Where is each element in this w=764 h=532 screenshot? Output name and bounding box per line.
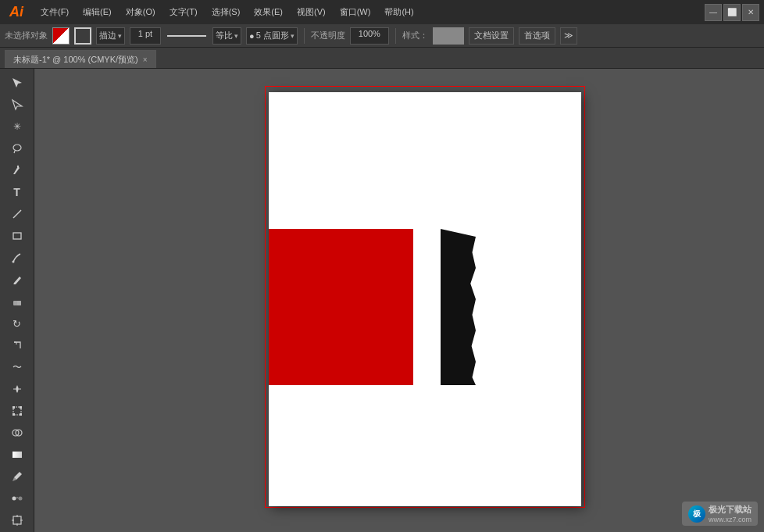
svg-rect-11: [20, 406, 22, 409]
svg-rect-12: [12, 413, 15, 416]
eyedropper-tool[interactable]: [3, 466, 31, 487]
magic-wand-tool[interactable]: ✳: [3, 116, 31, 137]
window-controls: — ⬜ ✕: [705, 4, 759, 21]
black-jagged-shape[interactable]: [441, 229, 476, 385]
shape-builder-tool[interactable]: [3, 422, 31, 444]
rotate-tool[interactable]: ↻: [3, 312, 31, 334]
scale-tool[interactable]: [3, 334, 31, 356]
minimize-button[interactable]: —: [705, 4, 722, 21]
type-tool[interactable]: T: [3, 181, 31, 203]
width-tool[interactable]: [3, 378, 31, 400]
menu-select[interactable]: 选择(S): [205, 4, 247, 20]
stroke-width-input[interactable]: 1 pt: [130, 27, 161, 45]
brush-tool[interactable]: [3, 247, 31, 269]
toolbox: ✳ T ↻: [0, 69, 34, 532]
svg-point-17: [12, 497, 16, 501]
canvas-area[interactable]: 极 极光下载站 www.xz7.com: [34, 69, 764, 532]
opacity-input[interactable]: 100%: [350, 27, 389, 45]
menu-help[interactable]: 帮助(H): [378, 4, 419, 20]
title-bar: Ai 文件(F) 编辑(E) 对象(O) 文字(T) 选择(S) 效果(E) 视…: [0, 0, 764, 24]
close-button[interactable]: ✕: [742, 4, 759, 21]
menu-file[interactable]: 文件(F): [34, 4, 75, 20]
options-divider-2: [395, 28, 396, 44]
options-divider-1: [304, 28, 305, 44]
svg-point-18: [18, 497, 22, 501]
watermark-logo: 极: [688, 505, 705, 523]
svg-line-1: [14, 151, 15, 153]
watermark-text: 极光下载站 www.xz7.com: [709, 504, 752, 523]
tab-label: 未标题-1* @ 100% (CMYK/预览): [13, 54, 138, 66]
rect-tool[interactable]: [3, 225, 31, 247]
stroke-swatch[interactable]: [74, 27, 91, 45]
menu-window[interactable]: 窗口(W): [334, 4, 377, 20]
free-transform-tool[interactable]: [3, 400, 31, 422]
menu-effect[interactable]: 效果(E): [248, 4, 289, 20]
svg-point-5: [12, 261, 14, 263]
line-tool[interactable]: [3, 203, 31, 225]
extra-options-button[interactable]: ≫: [560, 27, 577, 45]
tab-bar: 未标题-1* @ 100% (CMYK/预览) ×: [0, 48, 764, 69]
options-bar: 未选择对象 描边 1 pt 等比 ● 5 点圆形 不透明度 100% 样式： 文…: [0, 24, 764, 48]
svg-rect-19: [13, 516, 21, 524]
ai-logo: Ai: [5, 0, 28, 24]
style-label: 样式：: [402, 30, 428, 41]
menu-view[interactable]: 视图(V): [291, 4, 332, 20]
preferences-button[interactable]: 首选项: [519, 27, 555, 45]
gradient-tool[interactable]: [3, 444, 31, 466]
menu-edit[interactable]: 编辑(E): [77, 4, 118, 20]
stroke-align-dropdown[interactable]: 等比: [212, 27, 241, 45]
warp-tool[interactable]: 〜: [3, 356, 31, 378]
svg-rect-4: [13, 233, 21, 239]
tab-close-button[interactable]: ×: [143, 55, 148, 64]
watermark: 极 极光下载站 www.xz7.com: [682, 502, 758, 526]
svg-rect-10: [12, 406, 15, 409]
svg-point-2: [16, 166, 18, 167]
artboard-tool[interactable]: [3, 509, 31, 531]
stroke-line-preview: [167, 35, 206, 37]
maximize-button[interactable]: ⬜: [723, 4, 741, 21]
no-selection-label: 未选择对象: [5, 30, 48, 41]
selection-tool[interactable]: [3, 72, 31, 94]
fill-swatch[interactable]: [52, 27, 70, 45]
svg-rect-16: [12, 452, 22, 458]
lasso-tool[interactable]: [3, 137, 31, 159]
eraser-tool[interactable]: [3, 291, 31, 312]
pen-tool[interactable]: [3, 159, 31, 181]
svg-line-3: [13, 210, 21, 218]
style-swatch[interactable]: [433, 27, 464, 45]
brush-dropdown[interactable]: ● 5 点圆形: [246, 27, 298, 45]
main-area: ✳ T ↻: [0, 69, 764, 532]
document-tab[interactable]: 未标题-1* @ 100% (CMYK/预览) ×: [5, 50, 156, 68]
svg-rect-7: [17, 301, 21, 305]
menu-bar: 文件(F) 编辑(E) 对象(O) 文字(T) 选择(S) 效果(E) 视图(V…: [34, 4, 698, 20]
blend-tool[interactable]: [3, 487, 31, 509]
red-rectangle[interactable]: [269, 229, 413, 385]
pencil-tool[interactable]: [3, 269, 31, 291]
opacity-label: 不透明度: [311, 30, 345, 41]
doc-settings-button[interactable]: 文档设置: [469, 27, 514, 45]
stroke-type-dropdown[interactable]: 描边: [96, 27, 125, 45]
document-canvas: [269, 92, 581, 506]
svg-point-0: [13, 145, 21, 151]
menu-type[interactable]: 文字(T): [163, 4, 204, 20]
svg-rect-13: [20, 413, 22, 416]
direct-selection-tool[interactable]: [3, 94, 31, 116]
menu-object[interactable]: 对象(O): [120, 4, 162, 20]
